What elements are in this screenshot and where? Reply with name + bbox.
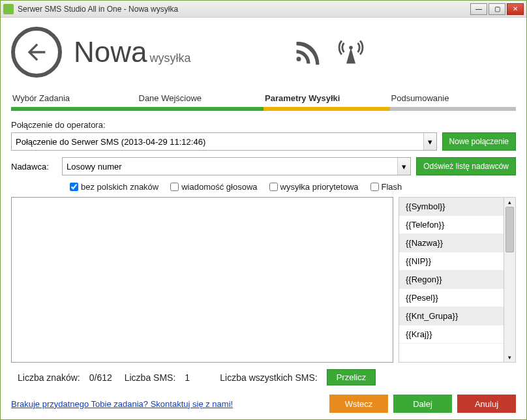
page-title: Nowawysyłka <box>74 36 191 68</box>
contact-link[interactable]: Brakuje przydatnego Tobie zadania? Skont… <box>11 399 324 409</box>
connection-selected: Połączenie do Serwer SMS (2013-04-29 11:… <box>16 137 205 147</box>
editor-row: {{Symbol}} {{Telefon}} {{Nazwa}} {{NIP}}… <box>11 197 516 363</box>
sender-row: Nadawca: Losowy numer ▾ Odśwież listę na… <box>11 157 516 175</box>
close-button[interactable]: ✕ <box>507 3 524 15</box>
page-title-main: Nowa <box>74 36 147 68</box>
step-2[interactable]: Dane Wejściowe <box>138 91 264 106</box>
wizard-back-button[interactable]: Wstecz <box>329 395 388 413</box>
placeholder-list: {{Symbol}} {{Telefon}} {{Nazwa}} {{NIP}}… <box>399 198 504 362</box>
window-buttons: — ▢ ✕ <box>470 3 524 15</box>
chevron-down-icon: ▾ <box>397 158 410 175</box>
maximize-button[interactable]: ▢ <box>489 3 505 15</box>
placeholder-scrollbar[interactable]: ▴ ▾ <box>504 198 515 362</box>
wizard-next-button[interactable]: Dalej <box>393 395 452 413</box>
option-voice-checkbox[interactable] <box>170 183 179 191</box>
sender-label: Nadawca: <box>11 162 57 172</box>
window-title: Serwer SMS Studio All in One - Nowa wysy… <box>18 5 466 14</box>
placeholder-item[interactable]: {{NIP}} <box>399 252 504 271</box>
placeholder-item[interactable]: {{Symbol}} <box>399 198 504 216</box>
wizard-steps: Wybór Zadania Dane Wejściowe Parametry W… <box>11 91 516 106</box>
wizard-progress <box>11 107 516 111</box>
total-sms-label: Liczba wszystkich SMS: <box>220 372 317 383</box>
options-row: bez polskich znaków wiadomość głosowa wy… <box>70 182 516 192</box>
app-window: Serwer SMS Studio All in One - Nowa wysy… <box>0 0 527 420</box>
content-area: Nowawysyłka Wybór Zadania Dane Wejściowe… <box>1 18 526 419</box>
sender-selected: Losowy numer <box>67 162 122 172</box>
page-header: Nowawysyłka <box>11 27 516 78</box>
step-3[interactable]: Parametry Wysyłki <box>264 91 390 106</box>
progress-seg-2 <box>138 107 264 111</box>
option-priority[interactable]: wysyłka priorytetowa <box>269 182 359 192</box>
placeholder-item[interactable]: {{Knt_Grupa}} <box>399 307 504 325</box>
option-flash-checkbox[interactable] <box>370 183 379 191</box>
step-1[interactable]: Wybór Zadania <box>11 91 138 106</box>
scroll-thumb[interactable] <box>505 207 514 252</box>
placeholder-item[interactable]: {{Regon}} <box>399 271 504 289</box>
option-no-polish-checkbox[interactable] <box>70 183 78 191</box>
footer: Brakuje przydatnego Tobie zadania? Skont… <box>11 392 516 413</box>
progress-seg-4 <box>390 107 517 111</box>
connection-row: Połączenie do Serwer SMS (2013-04-29 11:… <box>11 132 516 151</box>
progress-seg-1 <box>11 107 138 111</box>
back-button[interactable] <box>11 27 62 78</box>
counts-row: Liczba znaków: 0/612 Liczba SMS: 1 Liczb… <box>18 369 516 385</box>
sender-select[interactable]: Losowy numer ▾ <box>62 157 411 175</box>
placeholder-item[interactable]: {{Telefon}} <box>399 216 504 234</box>
connection-select[interactable]: Połączenie do Serwer SMS (2013-04-29 11:… <box>11 132 437 151</box>
rss-icon <box>294 38 322 66</box>
sms-count-value: 1 <box>185 372 211 383</box>
chevron-down-icon: ▾ <box>423 133 436 150</box>
placeholder-panel: {{Symbol}} {{Telefon}} {{Nazwa}} {{NIP}}… <box>399 197 516 363</box>
app-icon <box>3 4 14 14</box>
step-4[interactable]: Podsumowanie <box>390 91 517 106</box>
header-icons <box>294 38 365 66</box>
option-flash[interactable]: Flash <box>370 182 402 192</box>
minimize-button[interactable]: — <box>470 3 487 15</box>
placeholder-item[interactable]: {{Nazwa}} <box>399 234 504 252</box>
placeholder-item[interactable]: {{Kraj}} <box>399 325 504 344</box>
char-count-value: 0/612 <box>89 372 115 383</box>
connection-label: Połączenie do operatora: <box>11 120 516 130</box>
progress-seg-3 <box>264 107 390 111</box>
scroll-up-icon[interactable]: ▴ <box>504 198 515 207</box>
titlebar: Serwer SMS Studio All in One - Nowa wysy… <box>1 1 526 18</box>
recalculate-button[interactable]: Przelicz <box>327 369 376 385</box>
page-title-sub: wysyłka <box>150 52 191 65</box>
svg-point-0 <box>349 46 353 50</box>
scroll-down-icon[interactable]: ▾ <box>504 353 515 362</box>
sms-count-label: Liczba SMS: <box>125 372 176 383</box>
new-connection-button[interactable]: Nowe połączenie <box>442 132 516 151</box>
option-voice[interactable]: wiadomość głosowa <box>170 182 257 192</box>
arrow-left-icon <box>23 39 50 65</box>
refresh-senders-button[interactable]: Odśwież listę nadawców <box>416 157 516 175</box>
wizard-cancel-button[interactable]: Anuluj <box>457 395 516 413</box>
option-priority-checkbox[interactable] <box>269 183 278 191</box>
antenna-icon <box>337 38 365 66</box>
char-count-label: Liczba znaków: <box>18 372 80 383</box>
message-textarea[interactable] <box>11 197 393 363</box>
placeholder-item[interactable]: {{Pesel}} <box>399 289 504 307</box>
option-no-polish[interactable]: bez polskich znaków <box>70 182 158 192</box>
